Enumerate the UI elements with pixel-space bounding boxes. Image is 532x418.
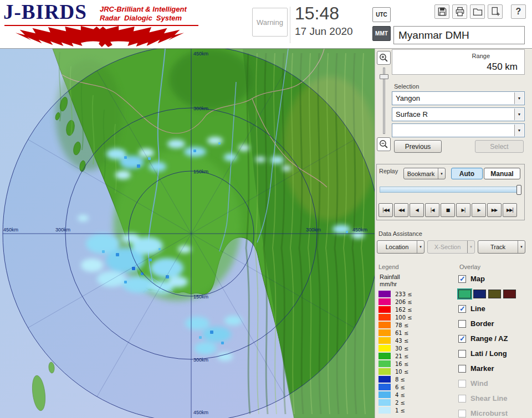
range-ring-label: 450km [352, 227, 367, 233]
legend-unit-line2: mm/hr [380, 281, 397, 287]
eagle-logo-icon [4, 26, 196, 47]
range-value: 450 km [487, 61, 518, 73]
mmt-toggle-button[interactable]: MMT [372, 26, 391, 41]
radar-map-viewport[interactable]: 450km300km150km150km300km450km450km300km… [0, 49, 375, 418]
legend-row: 233 ≤ [378, 290, 412, 298]
overlay-label: Range / AZ [470, 334, 508, 343]
legend-swatch [378, 384, 391, 390]
open-folder-button[interactable] [470, 4, 485, 19]
legend-value: 43 ≤ [395, 338, 408, 344]
overlay-item-lati-long[interactable]: Lati / Long [458, 346, 531, 361]
legend-swatch [378, 391, 391, 398]
manual-label: Manual [490, 170, 513, 178]
track-button[interactable]: Track▼ [478, 240, 525, 254]
fast-forward-button[interactable]: ▶▶ [487, 203, 502, 217]
legend-value: 2 ≤ [395, 400, 405, 406]
step-forward-button[interactable]: ▶| [456, 203, 470, 217]
range-ring-label: 300km [55, 227, 70, 233]
clock-separator [290, 7, 290, 43]
skip-to-start-button[interactable]: |◀◀ [378, 203, 393, 217]
dropdown-button[interactable]: ▼ [514, 109, 524, 120]
overlay-label: Lati / Long [470, 349, 507, 358]
warning-button[interactable]: Warning [252, 8, 288, 37]
mmt-label: MMT [375, 30, 388, 37]
location-button[interactable]: Location▼ [377, 240, 424, 254]
export-button[interactable] [488, 4, 503, 19]
overlay-item-range-az[interactable]: Range / AZ [458, 331, 531, 346]
fast-rewind-button[interactable]: ◀◀ [394, 203, 408, 217]
overlay-item-map[interactable]: Map [458, 271, 531, 286]
zoom-out-button[interactable] [377, 137, 391, 151]
checkbox[interactable] [458, 275, 466, 283]
product-dropdown[interactable]: Surface R ▼ [392, 107, 525, 121]
legend-value: 1 ≤ [395, 407, 405, 414]
jbirds-app: J-BIRDS JRC-Brilliant & Intelligent Rada… [0, 0, 532, 418]
skip-to-end-button[interactable]: ▶▶| [503, 203, 517, 217]
dropdown-arrow-icon: ▼ [438, 168, 445, 179]
legend-scale: 233 ≤206 ≤162 ≤100 ≤78 ≤61 ≤43 ≤30 ≤21 ≤… [378, 290, 412, 414]
zoom-out-icon [378, 139, 389, 149]
play-forward-button[interactable]: ▶ [472, 203, 486, 217]
overlay-item-marker[interactable]: Marker [458, 361, 531, 376]
map-color-swatch[interactable] [473, 290, 486, 298]
step-back-button[interactable]: |◀ [425, 203, 439, 217]
legend-swatch [378, 360, 391, 367]
range-ring-label: 300km [193, 357, 208, 363]
dropdown-button[interactable]: ▼ [514, 125, 524, 136]
help-icon: ? [516, 7, 521, 17]
overlay-item-wind: Wind [458, 376, 531, 391]
utc-toggle-button[interactable]: UTC [372, 7, 391, 22]
site-dropdown[interactable]: Yangon ▼ [392, 91, 525, 105]
overlay-item-border[interactable]: Border [458, 316, 531, 331]
auto-mode-button[interactable]: Auto [451, 168, 483, 179]
legend-swatch [378, 345, 391, 352]
radar-map-display[interactable]: 450km300km150km150km300km450km450km300km… [0, 49, 375, 418]
zoom-in-button[interactable] [377, 51, 391, 65]
manual-mode-button[interactable]: Manual [484, 168, 520, 179]
button-label: Location [377, 244, 417, 250]
checkbox[interactable] [458, 320, 466, 328]
legend-swatch [378, 298, 391, 305]
header-bar: J-BIRDS JRC-Brilliant & Intelligent Rada… [0, 0, 532, 49]
folder-icon [472, 6, 483, 17]
legend-row: 2 ≤ [378, 399, 412, 406]
legend-row: 6 ≤ [378, 383, 412, 391]
legend-row: 16 ≤ [378, 360, 412, 368]
overlay-item-line[interactable]: Line [458, 301, 531, 316]
range-ring-label: 450km [193, 410, 208, 415]
legend-row: 4 ≤ [378, 391, 412, 399]
extra-dropdown[interactable]: ▼ [392, 123, 525, 137]
legend-swatch [378, 306, 391, 313]
legend-swatch [378, 376, 391, 383]
site-dropdown-value: Yangon [392, 92, 524, 105]
save-icon [437, 6, 448, 17]
previous-button[interactable]: Previous [394, 140, 442, 153]
play-backward-button[interactable]: ◀ [410, 203, 424, 217]
legend-row: 206 ≤ [378, 298, 412, 306]
checkbox[interactable] [458, 350, 466, 358]
zoom-slider-handle[interactable] [380, 74, 388, 79]
legend-swatch [378, 407, 391, 414]
replay-timeline-slider[interactable] [380, 187, 521, 193]
legend-row: 10 ≤ [378, 368, 412, 375]
dropdown-button[interactable]: ▼ [514, 92, 524, 104]
stop-button[interactable]: ■ [441, 203, 455, 217]
map-color-swatch[interactable] [488, 290, 501, 298]
save-button[interactable] [434, 4, 449, 19]
checkbox[interactable] [458, 365, 466, 373]
timeline-slider-handle[interactable] [516, 185, 521, 195]
map-color-swatch[interactable] [458, 290, 471, 298]
checkbox[interactable] [458, 305, 466, 313]
legend-value: 4 ≤ [395, 392, 405, 398]
legend-swatch [378, 353, 391, 359]
legend-value: 21 ≤ [395, 353, 408, 359]
checkbox[interactable] [458, 335, 466, 343]
help-button[interactable]: ? [511, 4, 526, 19]
print-button[interactable] [452, 4, 467, 19]
select-label: Select [490, 143, 508, 151]
bookmark-button[interactable]: Bookmark ▼ [403, 168, 446, 179]
overlay-label: Line [470, 305, 485, 313]
chevron-down-icon: ▼ [518, 112, 521, 116]
map-color-swatch[interactable] [503, 290, 516, 298]
utc-label: UTC [376, 12, 387, 18]
